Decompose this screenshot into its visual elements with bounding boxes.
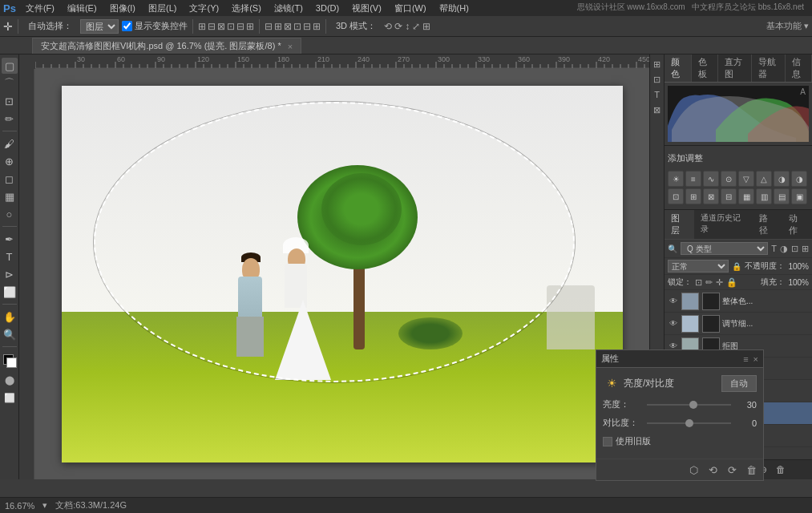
menu-item-image[interactable]: 图像(I): [107, 2, 139, 14]
zoom-tool[interactable]: 🔍: [2, 326, 18, 342]
menu-item-filter[interactable]: 滤镜(T): [271, 2, 306, 14]
adj-channelmix-icon[interactable]: ⊞: [685, 188, 701, 204]
lasso-tool[interactable]: ⌒: [2, 75, 18, 91]
adj-brightness-icon[interactable]: ☀: [668, 171, 684, 187]
dist-icon-3[interactable]: ⊠: [284, 21, 292, 32]
pf-icon-2[interactable]: ⟲: [705, 463, 720, 477]
clone-tool[interactable]: ⊕: [2, 153, 18, 169]
document-tab[interactable]: 安文超高清修图图框VI机构.psd @ 16.7% (提亮. 图层蒙板/8) *…: [32, 38, 301, 54]
adj-colorbalance-icon[interactable]: ◑: [774, 171, 790, 187]
brightness-thumb[interactable]: [689, 401, 697, 409]
pen-tool[interactable]: ✒: [2, 231, 18, 247]
dist-icon-5[interactable]: ⊟: [303, 21, 311, 32]
3d-icon-3[interactable]: ↕: [405, 21, 410, 32]
pf-icon-1[interactable]: ⬡: [686, 463, 701, 477]
3d-icon-5[interactable]: ⊞: [422, 21, 430, 32]
align-left-icon[interactable]: ⊞: [198, 21, 206, 32]
tab-swatches[interactable]: 色板: [692, 55, 719, 82]
layer-eye-icon[interactable]: 👁: [668, 318, 679, 329]
lock-pixels-icon[interactable]: ✏: [705, 277, 713, 288]
tab-actions[interactable]: 动作: [782, 210, 812, 239]
dist-icon-2[interactable]: ⊞: [274, 21, 282, 32]
lock-all-icon[interactable]: 🔒: [726, 277, 737, 288]
adj-invert-icon[interactable]: ⊟: [721, 188, 737, 204]
menu-item-file[interactable]: 文件(F): [22, 2, 58, 14]
layer-item[interactable]: 👁调节细...: [665, 313, 812, 335]
auto-button[interactable]: 自动: [721, 375, 757, 392]
adj-bw-icon[interactable]: ◑: [791, 171, 807, 187]
adj-curves-icon[interactable]: ∿: [703, 171, 719, 187]
foreground-color[interactable]: [2, 353, 18, 369]
3d-icon-4[interactable]: ⤢: [412, 21, 420, 32]
menu-item-help[interactable]: 帮助(H): [436, 2, 472, 14]
adj-hsl-icon[interactable]: △: [756, 171, 772, 187]
align-vcenter-icon[interactable]: ⊟: [236, 21, 244, 32]
brush-tool[interactable]: 🖌: [2, 135, 18, 151]
align-right-icon[interactable]: ⊠: [217, 21, 225, 32]
menu-item-3d[interactable]: 3D(D): [313, 3, 342, 13]
pf-icon-3[interactable]: ⟳: [725, 463, 739, 477]
3d-icon-2[interactable]: ⟳: [394, 21, 402, 32]
adj-threshold-icon[interactable]: ▥: [756, 188, 772, 204]
lock-position-icon[interactable]: ✛: [716, 277, 723, 288]
shape-tool[interactable]: ⬜: [2, 284, 18, 300]
menu-item-window[interactable]: 窗口(W): [391, 2, 430, 14]
layer-eye-icon[interactable]: 👁: [668, 296, 679, 307]
tab-channels[interactable]: 通道历史记录: [694, 210, 753, 239]
align-center-icon[interactable]: ⊟: [208, 21, 216, 32]
blend-mode-select[interactable]: 正常 溶解 正片叠底 滤色 叠加: [668, 260, 729, 273]
filter-on-icon[interactable]: ⊡: [791, 244, 798, 254]
menu-item-layer[interactable]: 图层(L): [145, 2, 180, 14]
tab-color[interactable]: 颜色: [665, 55, 692, 82]
dist-icon-4[interactable]: ⊡: [293, 21, 301, 32]
show-transform-checkbox[interactable]: [122, 21, 132, 31]
use-legacy-checkbox[interactable]: [603, 437, 612, 446]
crop-tool[interactable]: ⊡: [2, 93, 18, 109]
path-tool[interactable]: ⊳: [2, 266, 18, 282]
hand-tool[interactable]: ✋: [2, 309, 18, 325]
contrast-thumb[interactable]: [685, 419, 693, 427]
tab-histogram[interactable]: 直方图: [718, 55, 752, 82]
tab-navigator[interactable]: 导航器: [752, 55, 786, 82]
adj-colorlookup-icon[interactable]: ⊠: [703, 188, 719, 204]
move-tool-icon[interactable]: ✛: [3, 20, 13, 33]
lock-transparent-icon[interactable]: ⊡: [695, 277, 702, 288]
layer-item[interactable]: 👁整体色...: [665, 290, 812, 313]
properties-close-icon[interactable]: ×: [753, 354, 758, 364]
eraser-tool[interactable]: ◻: [2, 171, 18, 187]
adj-vibrance-icon[interactable]: ▽: [738, 171, 754, 187]
strip-icon-1[interactable]: ⊞: [651, 58, 664, 71]
tab-info[interactable]: 信息: [786, 55, 813, 82]
menu-item-view[interactable]: 视图(V): [349, 2, 385, 14]
align-bottom-icon[interactable]: ⊞: [246, 21, 254, 32]
tab-close-icon[interactable]: ×: [288, 42, 293, 51]
dodge-tool[interactable]: ○: [2, 206, 18, 222]
filter-t-icon[interactable]: T: [771, 244, 777, 253]
delete-layer-icon[interactable]: 🗑: [774, 463, 788, 477]
properties-menu-icon[interactable]: ≡: [743, 354, 748, 364]
strip-icon-4[interactable]: ⊠: [651, 103, 664, 116]
adj-exposure-icon[interactable]: ⊙: [721, 171, 737, 187]
filter-adj-icon[interactable]: ◑: [780, 244, 788, 254]
quick-mask[interactable]: ⬤: [2, 372, 18, 388]
auto-select-dropdown[interactable]: 图层 组: [80, 19, 119, 34]
menu-item-edit[interactable]: 编辑(E): [64, 2, 100, 14]
text-tool[interactable]: T: [2, 248, 18, 265]
adj-photo-icon[interactable]: ⊡: [668, 188, 684, 204]
layer-type-filter[interactable]: Q 类型 名称 效果: [681, 242, 768, 255]
screen-mode[interactable]: ⬜: [2, 390, 18, 406]
dist-icon-1[interactable]: ⊟: [265, 21, 273, 32]
adj-posterize-icon[interactable]: ▦: [738, 188, 754, 204]
menu-item-text[interactable]: 文字(Y): [186, 2, 222, 14]
dist-icon-6[interactable]: ⊞: [313, 21, 321, 32]
contrast-slider[interactable]: [647, 418, 731, 429]
adj-gradient-icon[interactable]: ▤: [774, 188, 790, 204]
tab-layers[interactable]: 图层: [665, 210, 694, 239]
3d-icon-1[interactable]: ⟲: [384, 21, 392, 32]
brightness-slider[interactable]: [647, 399, 731, 410]
filter-smart-icon[interactable]: ⊞: [802, 244, 809, 254]
gradient-tool[interactable]: ▦: [2, 188, 18, 204]
adj-levels-icon[interactable]: ≡: [685, 171, 701, 187]
adj-selectivecolor-icon[interactable]: ▣: [791, 188, 807, 204]
tab-paths[interactable]: 路径: [753, 210, 782, 239]
